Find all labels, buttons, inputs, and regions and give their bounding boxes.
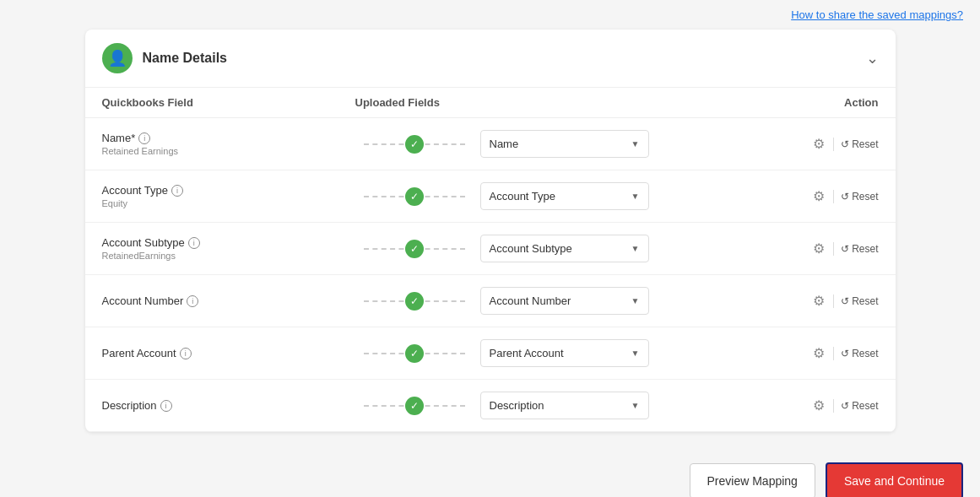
table-header: Quickbooks Field Uploaded Fields Action [85, 88, 896, 118]
divider-account-type [833, 190, 834, 203]
field-info-name: Name* iRetained Earnings [102, 132, 355, 156]
chevron-down-icon: ▼ [631, 348, 640, 358]
gear-button-parent-account[interactable]: ⚙ [811, 343, 826, 363]
reset-button-account-subtype[interactable]: ↺Reset [841, 243, 878, 255]
reset-icon: ↺ [841, 243, 849, 255]
field-info-account-type: Account Type iEquity [102, 184, 355, 208]
connector-account-subtype: ✓ [355, 248, 474, 250]
chevron-down-icon[interactable]: ⌄ [866, 49, 879, 68]
gear-button-name[interactable]: ⚙ [811, 134, 826, 154]
action-cell-account-type: ⚙↺Reset [777, 186, 879, 206]
col-uploaded: Uploaded Fields [355, 96, 777, 109]
reset-button-name[interactable]: ↺Reset [841, 138, 878, 150]
field-info-description: Description i [102, 399, 355, 412]
check-icon-name: ✓ [405, 135, 424, 154]
field-subtitle-name: Retained Earnings [102, 146, 355, 156]
connector-account-type: ✓ [355, 196, 474, 197]
reset-button-description[interactable]: ↺Reset [841, 400, 878, 412]
info-icon-account-subtype[interactable]: i [188, 237, 200, 249]
table-row: Account Type iEquity✓Account Type▼⚙↺Rese… [85, 170, 896, 223]
uploaded-fields-cell-description: ✓Description▼ [355, 392, 777, 419]
reset-icon: ↺ [841, 295, 849, 307]
check-icon-account-subtype: ✓ [405, 240, 424, 258]
info-icon-account-type[interactable]: i [171, 185, 183, 197]
check-icon-description: ✓ [405, 397, 424, 415]
dropdown-description[interactable]: Description▼ [480, 392, 649, 419]
info-icon-parent-account[interactable]: i [180, 348, 192, 359]
field-subtitle-account-subtype: RetainedEarnings [102, 251, 355, 261]
chevron-down-icon: ▼ [631, 244, 640, 253]
field-name-name: Name* i [102, 132, 355, 144]
footer-actions: Preview Mapping Save and Continue [0, 449, 980, 497]
action-cell-name: ⚙↺Reset [777, 134, 879, 154]
gear-button-account-number[interactable]: ⚙ [811, 291, 826, 311]
main-content: 👤 Name Details ⌄ Quickbooks Field Upload… [0, 30, 980, 449]
field-name-account-type: Account Type i [102, 184, 355, 197]
card-header-left: 👤 Name Details [102, 43, 228, 73]
action-cell-account-number: ⚙↺Reset [777, 291, 879, 311]
reset-button-account-number[interactable]: ↺Reset [841, 295, 878, 307]
action-cell-account-subtype: ⚙↺Reset [777, 239, 879, 258]
reset-button-parent-account[interactable]: ↺Reset [841, 348, 878, 359]
col-action: Action [777, 96, 879, 109]
divider-parent-account [833, 347, 834, 360]
save-continue-button[interactable]: Save and Continue [826, 462, 963, 497]
chevron-down-icon: ▼ [631, 401, 640, 410]
reset-label: Reset [852, 348, 878, 359]
check-icon-parent-account: ✓ [405, 344, 424, 363]
field-name-parent-account: Parent Account i [102, 347, 355, 359]
chevron-down-icon: ▼ [631, 296, 640, 305]
uploaded-fields-cell-account-subtype: ✓Account Subtype▼ [355, 235, 777, 262]
dropdown-value-account-type: Account Type [490, 190, 556, 203]
info-icon-name[interactable]: i [138, 132, 150, 144]
dropdown-value-account-subtype: Account Subtype [490, 242, 572, 255]
reset-label: Reset [852, 243, 878, 255]
info-icon-description[interactable]: i [160, 400, 172, 412]
avatar-icon: 👤 [102, 43, 133, 73]
check-icon-account-number: ✓ [405, 292, 424, 311]
table-row: Account Number i✓Account Number▼⚙↺Reset [85, 275, 896, 327]
connector-description: ✓ [355, 405, 474, 407]
gear-button-description[interactable]: ⚙ [811, 396, 826, 415]
preview-mapping-button[interactable]: Preview Mapping [690, 463, 815, 497]
divider-description [833, 399, 834, 413]
divider-name [833, 138, 834, 151]
reset-label: Reset [852, 295, 878, 307]
table-body: Name* iRetained Earnings✓Name▼⚙↺ResetAcc… [85, 118, 896, 432]
uploaded-fields-cell-parent-account: ✓Parent Account▼ [355, 339, 777, 367]
dropdown-parent-account[interactable]: Parent Account▼ [480, 339, 649, 367]
connector-name: ✓ [355, 143, 474, 145]
dropdown-value-name: Name [490, 138, 519, 150]
mapping-card: 👤 Name Details ⌄ Quickbooks Field Upload… [85, 30, 896, 432]
field-name-account-subtype: Account Subtype i [102, 236, 355, 249]
card-title: Name Details [143, 51, 228, 66]
info-icon-account-number[interactable]: i [187, 295, 198, 307]
connector-account-number: ✓ [355, 300, 474, 302]
divider-account-number [833, 294, 834, 308]
dropdown-value-description: Description [490, 399, 544, 412]
dropdown-name[interactable]: Name▼ [480, 130, 649, 158]
dropdown-account-type[interactable]: Account Type▼ [480, 182, 649, 210]
reset-icon: ↺ [841, 348, 849, 359]
uploaded-fields-cell-account-number: ✓Account Number▼ [355, 287, 777, 315]
chevron-down-icon: ▼ [631, 192, 640, 201]
field-name-description: Description i [102, 399, 355, 412]
table-row: Description i✓Description▼⚙↺Reset [85, 380, 896, 432]
card-header: 👤 Name Details ⌄ [85, 30, 896, 88]
table-body-wrapper: Name* iRetained Earnings✓Name▼⚙↺ResetAcc… [85, 118, 896, 432]
divider-account-subtype [833, 242, 834, 256]
action-cell-description: ⚙↺Reset [777, 396, 879, 415]
table-row: Name* iRetained Earnings✓Name▼⚙↺Reset [85, 118, 896, 170]
dropdown-account-number[interactable]: Account Number▼ [480, 287, 649, 315]
reset-button-account-type[interactable]: ↺Reset [841, 191, 878, 203]
dropdown-account-subtype[interactable]: Account Subtype▼ [480, 235, 649, 262]
reset-icon: ↺ [841, 138, 849, 150]
gear-button-account-type[interactable]: ⚙ [811, 186, 826, 206]
check-icon-account-type: ✓ [405, 187, 424, 206]
reset-label: Reset [852, 400, 878, 412]
gear-button-account-subtype[interactable]: ⚙ [811, 239, 826, 258]
dropdown-value-parent-account: Parent Account [490, 347, 564, 359]
field-name-account-number: Account Number i [102, 294, 355, 307]
how-to-link[interactable]: How to share the saved mappings? [791, 8, 963, 21]
reset-icon: ↺ [841, 400, 849, 412]
